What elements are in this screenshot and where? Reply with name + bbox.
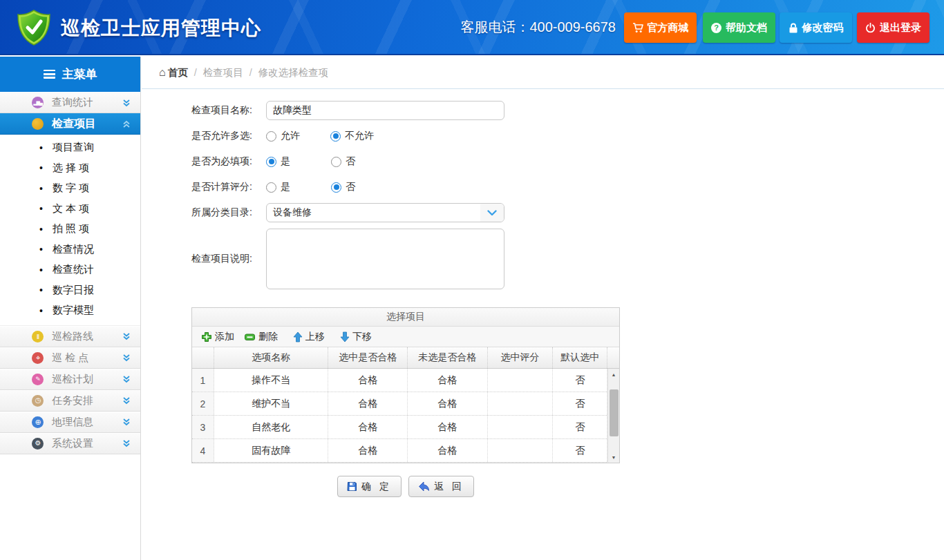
cart-icon bbox=[632, 23, 643, 33]
remove-icon bbox=[244, 331, 256, 342]
plan-icon: ✎ bbox=[32, 374, 44, 385]
allow-multi-label: 是否允许多选: bbox=[191, 130, 262, 142]
sidebar-group-geo[interactable]: ⊕ 地理信息 bbox=[0, 412, 140, 433]
category-select[interactable]: 设备维修 bbox=[266, 203, 504, 222]
item-name-input[interactable] bbox=[266, 101, 504, 120]
menu-list-icon bbox=[44, 70, 55, 79]
sidebar-group-task[interactable]: ◷ 任务安排 bbox=[0, 390, 140, 412]
submenu-item-number-model[interactable]: 数字模型 bbox=[0, 300, 140, 321]
table-row[interactable]: 4 固有故障 合格 合格 否 bbox=[192, 439, 619, 463]
table-row[interactable]: 2 维护不当 合格 合格 否 bbox=[192, 392, 619, 416]
scroll-up-arrow-icon[interactable]: ▲ bbox=[612, 369, 616, 380]
scroll-down-arrow-icon[interactable]: ▼ bbox=[612, 452, 616, 463]
item-name-label: 检查项目名称: bbox=[191, 104, 262, 117]
inspect-item-icon bbox=[32, 118, 44, 130]
sidebar-group-query-stats[interactable]: ▂▆▄ 查询统计 bbox=[0, 92, 140, 113]
add-option-button[interactable]: 添加 bbox=[196, 329, 239, 345]
submenu-item-inspect-status[interactable]: 检查情况 bbox=[0, 240, 140, 260]
required-yes-radio[interactable] bbox=[266, 157, 276, 167]
breadcrumb-current-page: 修改选择检查项 bbox=[258, 66, 329, 79]
col-option-name: 选项名称 bbox=[214, 347, 328, 368]
options-table-header: 选项名称 选中是否合格 未选是否合格 选中评分 默认选中 bbox=[192, 347, 619, 369]
sidebar-group-plan[interactable]: ✎ 巡检计划 bbox=[0, 369, 140, 390]
chevron-double-down-icon bbox=[122, 354, 131, 362]
stats-icon: ▂▆▄ bbox=[32, 97, 44, 108]
back-button[interactable]: 返 回 bbox=[408, 476, 474, 497]
sidebar-group-inspection-items[interactable]: 检查项目 bbox=[0, 113, 140, 135]
options-panel-title: 选择项目 bbox=[192, 308, 619, 327]
submenu-item-choice-item[interactable]: 选 择 项 bbox=[0, 158, 140, 179]
chevron-double-down-icon bbox=[122, 99, 131, 107]
app-header: 巡检卫士应用管理中心 客服电话：400-009-6678 官方商城 ? 帮助文档… bbox=[0, 0, 944, 55]
route-icon: ||| bbox=[32, 331, 44, 342]
score-yes-radio[interactable] bbox=[266, 182, 276, 193]
shield-logo-icon bbox=[17, 9, 51, 46]
save-icon bbox=[347, 481, 357, 492]
move-down-icon bbox=[340, 331, 350, 342]
multi-allow-radio[interactable] bbox=[266, 131, 276, 142]
submenu-item-number-daily[interactable]: 数字日报 bbox=[0, 280, 140, 301]
main-content: ⌂ 首页 / 检查项目 / 修改选择检查项 检查项目名称: 是否允许多选: 允许… bbox=[142, 57, 944, 560]
required-no-radio[interactable] bbox=[331, 157, 341, 167]
sidebar-group-route[interactable]: ||| 巡检路线 bbox=[0, 326, 140, 347]
chevron-double-down-icon bbox=[122, 332, 131, 340]
options-toolbar: 添加 删除 上移 bbox=[192, 327, 619, 347]
sidebar-header: 主菜单 bbox=[0, 57, 140, 92]
task-icon: ◷ bbox=[32, 395, 44, 407]
delete-option-button[interactable]: 删除 bbox=[239, 329, 283, 345]
point-icon: ⌖ bbox=[32, 352, 44, 364]
home-icon: ⌂ bbox=[159, 66, 166, 79]
confirm-button[interactable]: 确 定 bbox=[337, 476, 402, 497]
geo-icon: ⊕ bbox=[32, 416, 44, 428]
move-down-button[interactable]: 下移 bbox=[335, 329, 377, 345]
sidebar: 主菜单 ▂▆▄ 查询统计 检查项目 项目查询 选 择 项 数 字 项 文 本 项… bbox=[0, 57, 141, 560]
breadcrumb: ⌂ 首页 / 检查项目 / 修改选择检查项 bbox=[142, 57, 944, 89]
breadcrumb-home-link[interactable]: ⌂ 首页 bbox=[159, 66, 188, 79]
add-icon bbox=[201, 331, 212, 342]
multi-disallow-radio[interactable] bbox=[330, 131, 341, 142]
scrollbar-thumb[interactable] bbox=[610, 389, 619, 436]
description-textarea[interactable] bbox=[266, 229, 504, 289]
change-password-button[interactable]: 修改密码 bbox=[780, 12, 852, 43]
move-up-icon bbox=[293, 331, 303, 342]
submenu-item-project-query[interactable]: 项目查询 bbox=[0, 137, 140, 158]
required-label: 是否为必填项: bbox=[191, 155, 262, 168]
chevron-double-down-icon bbox=[122, 439, 131, 447]
chevron-double-down-icon bbox=[122, 396, 131, 405]
submenu-item-number-item[interactable]: 数 字 项 bbox=[0, 178, 140, 199]
power-icon bbox=[865, 23, 876, 33]
sidebar-group-settings[interactable]: ⚙ 系统设置 bbox=[0, 433, 140, 454]
settings-icon: ⚙ bbox=[32, 438, 44, 450]
form-actions: 确 定 返 回 bbox=[191, 476, 620, 497]
back-arrow-icon bbox=[418, 481, 430, 492]
table-row[interactable]: 3 自然老化 合格 合格 否 bbox=[192, 416, 619, 439]
help-docs-button[interactable]: ? 帮助文档 bbox=[703, 12, 775, 43]
submenu-item-inspect-stats[interactable]: 检查统计 bbox=[0, 260, 140, 280]
options-panel: 选择项目 添加 删除 bbox=[191, 307, 620, 463]
sidebar-group-point[interactable]: ⌖ 巡 检 点 bbox=[0, 347, 140, 369]
lock-icon bbox=[789, 23, 798, 33]
score-no-radio[interactable] bbox=[331, 182, 341, 193]
edit-form: 检查项目名称: 是否允许多选: 允许 不允许 是否为必填项: 是 否 是否计算评… bbox=[142, 89, 619, 497]
sidebar-submenu: 项目查询 选 择 项 数 字 项 文 本 项 拍 照 项 检查情况 检查统计 数… bbox=[0, 135, 140, 326]
chevron-double-down-icon bbox=[122, 375, 131, 383]
col-checked-ok: 选中是否合格 bbox=[328, 347, 408, 368]
app-title: 巡检卫士应用管理中心 bbox=[61, 15, 261, 41]
move-up-button[interactable]: 上移 bbox=[288, 329, 330, 345]
breadcrumb-inspection-items[interactable]: 检查项目 bbox=[203, 66, 243, 79]
service-phone: 客服电话：400-009-6678 bbox=[460, 18, 616, 37]
table-vertical-scrollbar[interactable]: ▲ ▼ bbox=[607, 369, 619, 463]
chevron-double-down-icon bbox=[122, 418, 131, 426]
submenu-item-photo-item[interactable]: 拍 照 项 bbox=[0, 219, 140, 240]
col-checked-score: 选中评分 bbox=[488, 347, 554, 368]
category-label: 所属分类目录: bbox=[191, 206, 262, 219]
description-label: 检查项目说明: bbox=[191, 253, 262, 265]
table-row[interactable]: 1 操作不当 合格 合格 否 bbox=[192, 369, 619, 392]
chevron-down-icon bbox=[480, 204, 504, 222]
submenu-item-text-item[interactable]: 文 本 项 bbox=[0, 199, 140, 220]
logout-button[interactable]: 退出登录 bbox=[857, 12, 929, 43]
official-store-button[interactable]: 官方商城 bbox=[624, 12, 697, 43]
chevron-double-up-icon bbox=[122, 120, 131, 128]
calc-score-label: 是否计算评分: bbox=[191, 181, 262, 193]
help-icon: ? bbox=[711, 23, 721, 33]
